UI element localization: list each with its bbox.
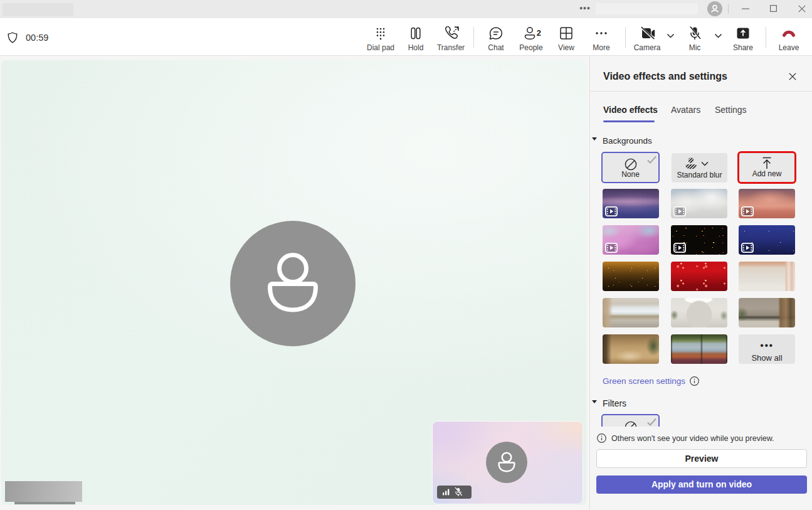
- svg-text:2: 2: [537, 28, 541, 38]
